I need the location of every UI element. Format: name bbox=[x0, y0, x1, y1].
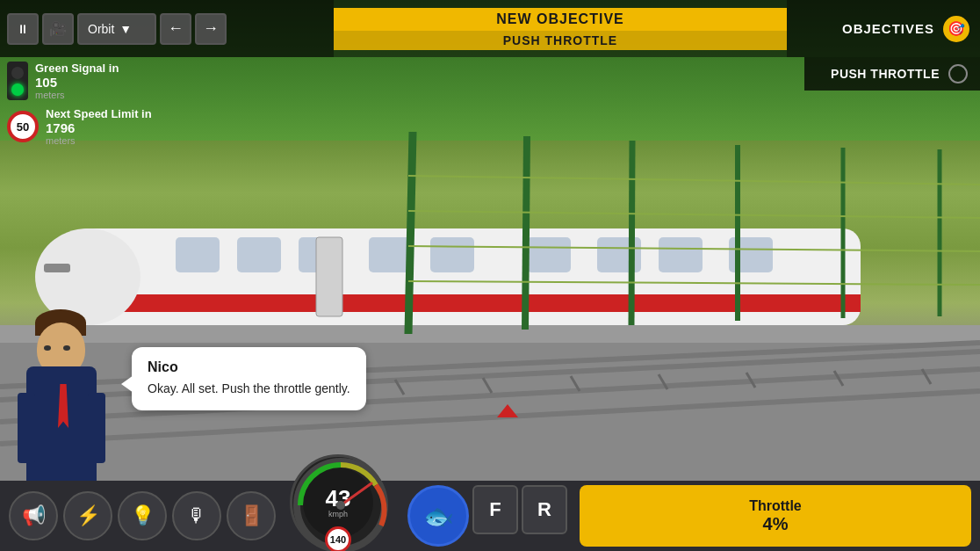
headlight-button[interactable]: 💡 bbox=[118, 491, 167, 540]
objectives-panel: PUSH THROTTLE bbox=[804, 57, 980, 91]
camera-icon: 🎥 bbox=[49, 20, 67, 37]
camera-button[interactable]: 🎥 bbox=[42, 13, 74, 45]
speed-limit-unit: meters bbox=[46, 135, 152, 146]
svg-rect-30 bbox=[44, 264, 70, 272]
push-throttle-banner: PUSH THROTTLE bbox=[334, 31, 787, 50]
door-icon: 🚪 bbox=[240, 504, 263, 527]
fish-icon: 🐟 bbox=[423, 502, 454, 531]
svg-line-37 bbox=[408, 176, 980, 185]
character-body bbox=[18, 323, 123, 481]
door-button[interactable]: 🚪 bbox=[227, 491, 276, 540]
speedometer: 43 kmph 140 bbox=[290, 454, 386, 551]
pantograph-icon: ⚡ bbox=[76, 504, 100, 527]
speed-limit-item: 50 Next Speed Limit in 1796 meters bbox=[7, 107, 152, 146]
throttle-panel[interactable]: Throttle 4% bbox=[580, 485, 971, 547]
hud-right: OBJECTIVES 🎯 bbox=[787, 0, 980, 57]
mic-button[interactable]: 🎙 bbox=[172, 491, 221, 540]
speedo-outer: 43 kmph 140 bbox=[290, 454, 386, 551]
svg-line-33 bbox=[631, 141, 632, 325]
forward-direction-button[interactable]: F bbox=[472, 485, 518, 534]
signal-label: Green Signal in bbox=[35, 62, 119, 75]
signal-unit: meters bbox=[35, 90, 119, 100]
svg-rect-27 bbox=[659, 237, 703, 272]
green-signal-light bbox=[7, 62, 28, 100]
horn-icon: 📢 bbox=[22, 504, 46, 527]
svg-rect-24 bbox=[430, 237, 474, 272]
signal-info: Green Signal in 105 meters bbox=[35, 62, 119, 100]
headlight-icon: 💡 bbox=[131, 504, 155, 527]
top-hud: ⏸ 🎥 Orbit ▼ ← → NEW OBJECTIVE PUSH THROT… bbox=[0, 0, 980, 57]
reverse-direction-button[interactable]: R bbox=[522, 485, 567, 534]
svg-line-31 bbox=[408, 132, 413, 334]
signal-red-dot bbox=[11, 67, 24, 79]
signal-distance: 105 bbox=[35, 75, 119, 90]
objective-circle bbox=[948, 64, 968, 83]
dialogue-character-name: Nico bbox=[148, 359, 350, 375]
svg-line-32 bbox=[525, 136, 527, 330]
svg-rect-25 bbox=[527, 237, 571, 272]
dialogue-bubble: Nico Okay. All set. Push the throttle ge… bbox=[132, 347, 366, 410]
speed-limit-sign: 50 bbox=[7, 111, 39, 142]
svg-rect-20 bbox=[176, 237, 220, 272]
character-eye-right bbox=[63, 345, 70, 351]
bottom-toolbar: 📢 ⚡ 💡 🎙 🚪 43 kmph bbox=[0, 481, 980, 551]
speed-limit-info: Next Speed Limit in 1796 meters bbox=[46, 107, 152, 146]
hud-center: NEW OBJECTIVE PUSH THROTTLE bbox=[334, 0, 787, 57]
pause-button[interactable]: ⏸ bbox=[7, 13, 39, 45]
svg-rect-21 bbox=[237, 237, 281, 272]
speed-limit-label: Next Speed Limit in bbox=[46, 107, 152, 120]
objectives-icon[interactable]: 🎯 bbox=[943, 16, 969, 42]
throttle-value: 4% bbox=[763, 514, 789, 534]
pantograph-button[interactable]: ⚡ bbox=[63, 491, 112, 540]
character-eye-left bbox=[44, 345, 51, 351]
svg-line-38 bbox=[408, 211, 980, 218]
objectives-button[interactable]: OBJECTIVES bbox=[842, 21, 934, 36]
character-arm-left bbox=[18, 393, 35, 463]
throttle-label: Throttle bbox=[749, 498, 802, 514]
speed-limit-indicator: 140 bbox=[325, 526, 351, 551]
left-info-panel: Green Signal in 105 meters 50 Next Speed… bbox=[7, 62, 152, 146]
speed-limit-distance: 1796 bbox=[46, 120, 152, 135]
svg-point-44 bbox=[336, 501, 345, 510]
dialogue-text: Okay. All set. Push the throttle gently. bbox=[148, 381, 350, 398]
camera-mode-dropdown[interactable]: Orbit ▼ bbox=[77, 13, 156, 45]
new-objective-banner: NEW OBJECTIVE bbox=[334, 8, 787, 31]
push-throttle-objective: PUSH THROTTLE bbox=[831, 67, 940, 81]
back-button[interactable]: ← bbox=[160, 13, 191, 45]
chevron-down-icon: ▼ bbox=[119, 22, 132, 36]
character-arm-right bbox=[88, 393, 105, 463]
svg-line-43 bbox=[341, 483, 371, 505]
direction-buttons: 🐟 F R bbox=[407, 485, 567, 547]
forward-button[interactable]: → bbox=[195, 13, 227, 45]
horn-button[interactable]: 📢 bbox=[9, 491, 58, 540]
mic-icon: 🎙 bbox=[187, 504, 206, 527]
green-signal-item: Green Signal in 105 meters bbox=[7, 62, 152, 100]
train-icon-button[interactable]: 🐟 bbox=[407, 485, 469, 547]
signal-green-dot bbox=[11, 83, 24, 96]
hud-left: ⏸ 🎥 Orbit ▼ ← → bbox=[0, 0, 334, 57]
character-image bbox=[0, 305, 141, 481]
